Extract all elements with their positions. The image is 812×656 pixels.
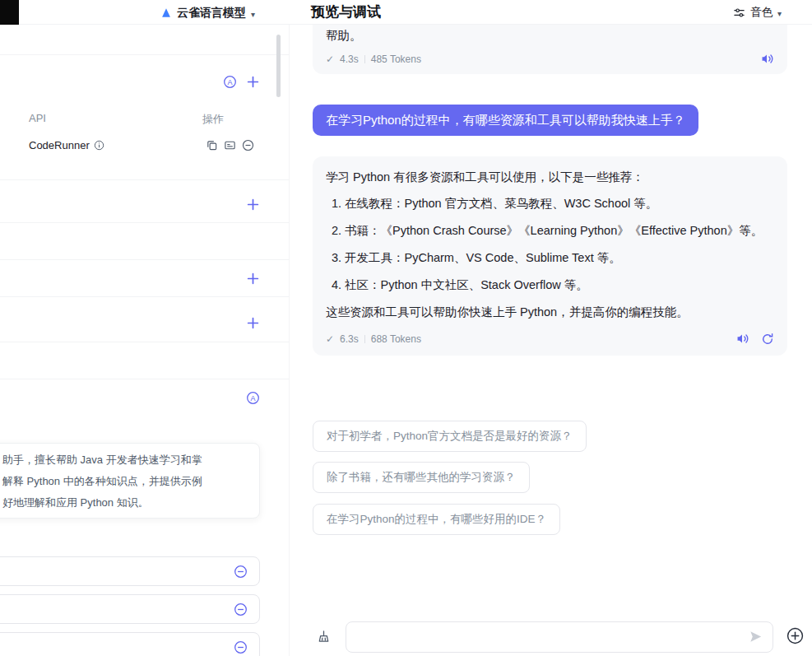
api-column-header: API <box>29 112 46 124</box>
voice-settings-icon <box>733 7 745 19</box>
model-name: 云雀语言模型 <box>177 6 246 21</box>
message-outro: 这些资源和工具可以帮助你快速上手 Python，并提高你的编程技能。 <box>326 303 774 321</box>
clear-context-icon[interactable] <box>317 630 331 644</box>
assistant-message: 学习 Python 有很多资源和工具可以使用，以下是一些推荐： 在线教程：Pyt… <box>313 156 787 356</box>
persona-prompt-card: 助手，擅长帮助 Java 开发者快速学习和掌 解释 Python 中的各种知识点… <box>0 443 260 519</box>
api-row: CodeRunner <box>29 139 104 151</box>
voice-selector[interactable]: 音色 <box>733 5 782 20</box>
suggestion-chip[interactable]: 除了书籍，还有哪些其他的学习资源？ <box>313 462 530 493</box>
add-icon[interactable] <box>246 316 260 330</box>
divider <box>364 335 365 343</box>
divider <box>0 54 290 55</box>
divider <box>0 179 290 180</box>
window-corner <box>0 0 19 25</box>
add-icon[interactable] <box>246 198 260 212</box>
divider <box>0 222 290 223</box>
message-tail-text: 帮助。 <box>326 26 774 44</box>
token-count: 688 Tokens <box>371 333 421 345</box>
list-item: 开发工具：PyCharm、VS Code、Sublime Text 等。 <box>345 249 774 267</box>
suggestion-chip[interactable]: 在学习Python的过程中，有哪些好用的IDE？ <box>313 504 560 535</box>
model-logo-icon <box>160 7 172 19</box>
resource-list: 在线教程：Python 官方文档、菜鸟教程、W3C School 等。 书籍：《… <box>326 194 774 294</box>
copy-icon[interactable] <box>206 139 218 151</box>
check-icon <box>326 54 334 65</box>
message-footer: 6.3s 688 Tokens <box>326 332 774 346</box>
list-item <box>0 556 260 586</box>
list-item: 在线教程：Python 官方文档、菜鸟教程、W3C School 等。 <box>345 194 774 212</box>
prompt-line: 助手，擅长帮助 Java 开发者快速学习和掌 <box>2 449 249 471</box>
token-count: 485 Tokens <box>371 54 421 65</box>
remove-icon[interactable] <box>242 139 254 151</box>
response-time: 6.3s <box>340 333 359 345</box>
svg-text:A: A <box>227 78 232 86</box>
divider <box>364 55 365 63</box>
top-bar: 云雀语言模型 预览与调试 音色 <box>0 0 812 25</box>
speaker-icon[interactable] <box>760 52 774 66</box>
add-icon[interactable] <box>246 272 260 286</box>
message-intro: 学习 Python 有很多资源和工具可以使用，以下是一些推荐： <box>326 168 774 186</box>
auto-generate-icon[interactable]: A <box>223 75 237 89</box>
remove-icon[interactable] <box>234 640 248 654</box>
regenerate-icon[interactable] <box>761 333 774 346</box>
divider <box>0 259 290 260</box>
response-time: 4.3s <box>340 54 359 65</box>
message-footer: 4.3s 485 Tokens <box>326 52 774 66</box>
bot-config-panel: A API 操作 CodeRunner <box>0 25 290 656</box>
list-item <box>0 594 260 624</box>
page-title: 预览与调试 <box>311 2 381 21</box>
user-message: 在学习Python的过程中，有哪些资源和工具可以帮助我快速上手？ <box>313 105 698 136</box>
suggestion-chip[interactable]: 对于初学者，Python官方文档是否是最好的资源？ <box>313 421 587 452</box>
chevron-down-icon <box>251 7 255 20</box>
prompt-line: 解释 Python 中的各种知识点，并提供示例 <box>2 471 249 492</box>
divider <box>0 379 290 379</box>
chat-preview: 帮助。 4.3s 485 Tokens <box>290 25 812 656</box>
auto-generate-icon[interactable]: A <box>246 391 260 405</box>
prompt-line: 好地理解和应用 Python 知识。 <box>2 492 249 514</box>
add-message-icon[interactable] <box>786 627 804 644</box>
action-column-header: 操作 <box>202 112 224 127</box>
chevron-down-icon <box>777 7 782 19</box>
divider <box>0 296 290 297</box>
list-item: 书籍：《Python Crash Course》《Learning Python… <box>345 221 774 240</box>
info-icon[interactable] <box>94 140 104 151</box>
send-icon[interactable] <box>749 630 763 644</box>
message-input[interactable] <box>346 621 773 653</box>
check-icon <box>326 333 334 345</box>
speaker-icon[interactable] <box>735 332 749 346</box>
app-window: 云雀语言模型 预览与调试 音色 A <box>0 0 812 656</box>
scrollbar[interactable] <box>276 35 281 97</box>
voice-label: 音色 <box>750 5 773 20</box>
list-item <box>0 632 260 656</box>
add-icon[interactable] <box>246 75 260 89</box>
remove-icon[interactable] <box>234 565 248 579</box>
assistant-message-previous: 帮助。 4.3s 485 Tokens <box>313 25 787 74</box>
config-icon[interactable] <box>224 139 236 151</box>
divider <box>0 342 290 342</box>
svg-text:A: A <box>250 394 255 402</box>
model-selector[interactable]: 云雀语言模型 <box>160 6 255 21</box>
list-item: 社区：Python 中文社区、Stack Overflow 等。 <box>345 276 774 294</box>
api-name: CodeRunner <box>29 139 90 151</box>
remove-icon[interactable] <box>234 602 248 616</box>
